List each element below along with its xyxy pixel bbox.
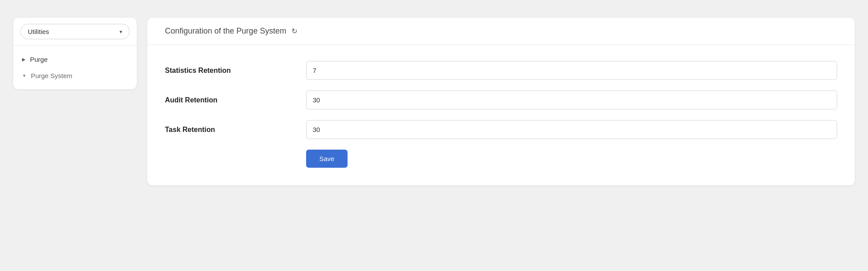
form-body: Statistics Retention Audit Retention Tas…	[147, 45, 855, 185]
task-retention-input[interactable]	[306, 120, 837, 139]
utilities-dropdown[interactable]: Utilities ▾	[20, 24, 130, 39]
task-retention-label: Task Retention	[165, 126, 288, 134]
page-title: Configuration of the Purge System	[165, 26, 286, 36]
dropdown-label: Utilities	[28, 28, 49, 35]
audit-retention-row: Audit Retention	[165, 90, 837, 109]
main-header: Configuration of the Purge System ↻	[147, 18, 855, 45]
arrow-down-icon: ▼	[22, 73, 26, 78]
statistics-retention-label: Statistics Retention	[165, 67, 288, 75]
chevron-down-icon: ▾	[120, 29, 122, 35]
sidebar-nav: ▶ Purge ▼ Purge System	[13, 46, 137, 89]
task-retention-row: Task Retention	[165, 120, 837, 139]
statistics-retention-input[interactable]	[306, 61, 837, 80]
audit-retention-label: Audit Retention	[165, 96, 288, 104]
sidebar: Utilities ▾ ▶ Purge ▼ Purge System	[13, 18, 137, 89]
sidebar-item-purge[interactable]: ▶ Purge	[13, 51, 137, 68]
sidebar-item-label: Purge	[30, 56, 48, 63]
statistics-retention-row: Statistics Retention	[165, 61, 837, 80]
arrow-right-icon: ▶	[22, 57, 26, 62]
audit-retention-input[interactable]	[306, 90, 837, 109]
main-content: Configuration of the Purge System ↻ Stat…	[147, 18, 855, 185]
sidebar-header: Utilities ▾	[13, 18, 137, 46]
sidebar-item-label: Purge System	[31, 72, 72, 79]
save-button[interactable]: Save	[306, 150, 348, 168]
refresh-icon[interactable]: ↻	[292, 27, 297, 35]
sidebar-item-purge-system[interactable]: ▼ Purge System	[13, 68, 137, 84]
save-row: Save	[165, 150, 837, 168]
